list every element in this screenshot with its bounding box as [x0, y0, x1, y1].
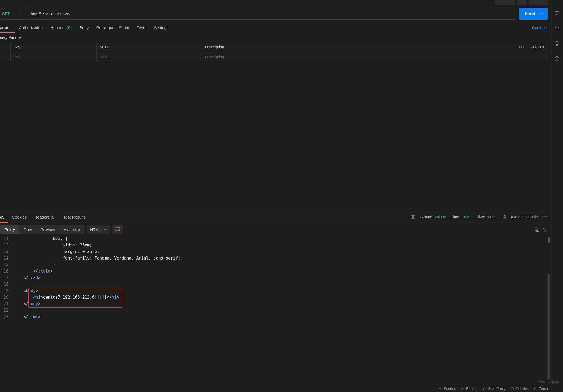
status-start-proxy[interactable]: Start Proxy [483, 387, 505, 391]
view-preview[interactable]: Preview [36, 225, 59, 234]
ghost-chip [529, 0, 548, 5]
more-options-icon[interactable]: ••• [542, 215, 548, 219]
trash-icon [533, 387, 537, 391]
code-line: 18 [0, 282, 548, 288]
comments-icon[interactable] [554, 10, 560, 16]
send-button[interactable]: Send [519, 8, 548, 20]
tab-settings[interactable]: Settings [150, 22, 172, 33]
language-select[interactable]: HTML [87, 225, 110, 234]
svg-point-6 [512, 389, 513, 389]
tab-tests[interactable]: Tests [133, 22, 150, 33]
resp-tab-cookies[interactable]: Cookies [8, 211, 30, 223]
key-cell[interactable]: Key [10, 52, 97, 62]
method-url-bar: GET [0, 8, 516, 20]
columns-options-icon[interactable]: ••• [519, 45, 524, 49]
code-icon[interactable] [554, 26, 560, 31]
url-input[interactable] [27, 8, 516, 19]
code-line: 20 <h1>centos7 192.168.213.6!!!!!</h1> [0, 295, 548, 301]
code-line: 17 </head> [0, 275, 548, 282]
scrollbar-marker [548, 237, 550, 243]
sparkle-icon [438, 387, 442, 391]
table-row[interactable]: Key Value Description [0, 52, 548, 62]
col-description-label: Description [205, 45, 224, 49]
tab-body[interactable]: Body [76, 22, 92, 33]
view-pretty[interactable]: Pretty [0, 225, 19, 234]
status-runner[interactable]: Runner [461, 387, 478, 391]
svg-point-3 [543, 228, 546, 230]
view-mode-segmented: Pretty Raw Preview Visualize [0, 225, 84, 234]
query-params-table: Key Value Description ••• Bulk Edit [0, 42, 548, 62]
description-cell[interactable]: Description [202, 52, 548, 62]
code-line: 19 <body> [0, 288, 548, 295]
right-rail [551, 0, 563, 392]
response-code-viewer[interactable]: 11 body {12 width: 35em;13 margin: 0 aut… [0, 236, 551, 385]
col-key: Key [10, 42, 97, 52]
code-line: 14 font-family: Tahoma, Verdana, Arial, … [0, 256, 548, 262]
view-visualize[interactable]: Visualize [60, 225, 85, 234]
scrollbar-thumb[interactable] [547, 274, 550, 380]
http-method-select[interactable]: GET [0, 8, 27, 19]
code-line: 16 </style> [0, 269, 548, 275]
svg-rect-2 [535, 228, 538, 230]
code-line: 11 body { [0, 236, 548, 243]
save-icon [501, 214, 506, 220]
language-value: HTML [90, 227, 101, 232]
resp-tab-test-results[interactable]: Test Results [60, 211, 89, 223]
value-cell[interactable]: Value [97, 52, 202, 62]
save-as-example-button[interactable]: Save as example [501, 214, 538, 220]
cookies-link[interactable]: Cookies [532, 25, 548, 30]
wrap-lines-button[interactable] [112, 225, 123, 234]
play-icon [461, 387, 464, 391]
query-params-title: uery Params [0, 33, 548, 42]
svg-rect-7 [555, 11, 559, 14]
svg-rect-1 [536, 229, 539, 231]
tab-prerequest[interactable]: Pre-request Script [93, 22, 133, 33]
tab-authorization[interactable]: Authorization [15, 22, 47, 33]
globe-icon[interactable] [410, 214, 416, 220]
ghost-chip [495, 0, 515, 5]
ghost-chip [517, 0, 527, 5]
status-trash[interactable]: Trash [533, 387, 548, 391]
status-postbot[interactable]: Postbot [438, 387, 456, 391]
cookie-icon [510, 387, 514, 391]
col-value: Value [97, 42, 202, 52]
size-readout: Size:507 B [477, 215, 497, 219]
code-line: 21 </body> [0, 301, 548, 308]
tab-strip-remnant [0, 0, 551, 5]
code-line: 23 </html> [0, 314, 548, 321]
search-icon[interactable] [542, 227, 548, 232]
col-description: Description ••• Bulk Edit [202, 42, 548, 52]
svg-point-5 [512, 388, 512, 388]
svg-point-4 [511, 387, 514, 390]
chevron-down-icon [103, 228, 107, 231]
view-raw[interactable]: Raw [19, 225, 36, 234]
time-readout: Time:10 ms [451, 215, 473, 219]
info-icon[interactable] [554, 56, 560, 61]
lightbulb-icon[interactable] [554, 41, 560, 46]
resp-tab-headers[interactable]: Headers(8) [30, 211, 60, 223]
http-method-value: GET [2, 12, 10, 16]
chevron-down-icon [540, 12, 543, 15]
wrap-icon [115, 227, 120, 231]
row-selector-header [0, 42, 10, 52]
copy-icon[interactable] [534, 227, 540, 232]
tab-headers[interactable]: Headers(6) [46, 22, 76, 33]
code-line: 22 [0, 308, 548, 314]
status-readout: Status:200 OK [420, 215, 446, 219]
send-button-label: Send [525, 11, 535, 16]
chevron-down-icon [17, 12, 21, 15]
bulk-edit-link[interactable]: Bulk Edit [529, 45, 544, 49]
resp-tab-body[interactable]: dy [0, 211, 8, 223]
status-cookies[interactable]: Cookies [510, 387, 528, 391]
satellite-icon [483, 387, 486, 391]
code-line: 12 width: 35em; [0, 243, 548, 249]
status-bar: Postbot Runner Start Proxy Cookies Trash [0, 385, 551, 392]
code-line: 13 margin: 0 auto; [0, 249, 548, 256]
code-line: 15 } [0, 262, 548, 269]
tab-params[interactable]: arams [0, 22, 15, 33]
